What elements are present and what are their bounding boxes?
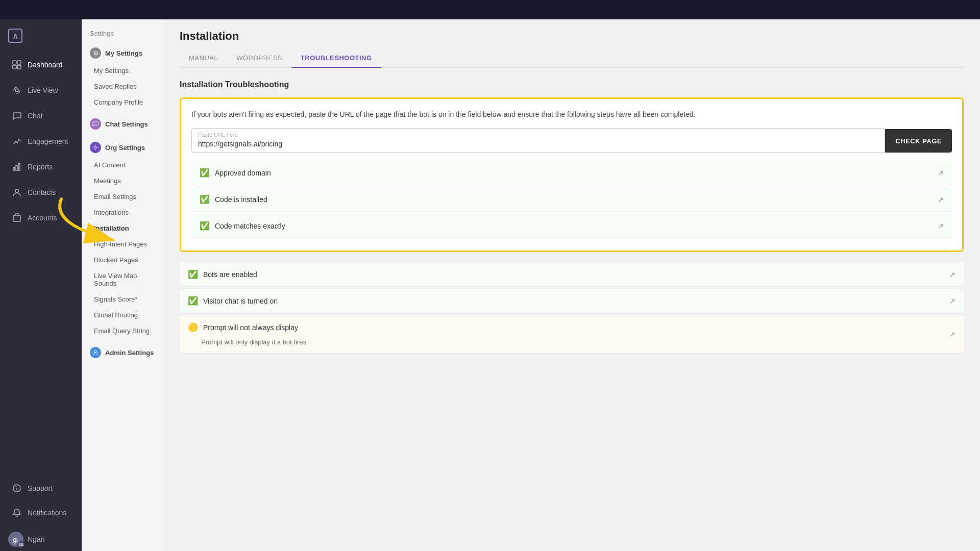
section-header-admin-settings[interactable]: Admin Settings bbox=[82, 343, 163, 362]
page-title: Installation bbox=[180, 30, 964, 43]
svg-rect-7 bbox=[18, 163, 20, 170]
check-item-bots-enabled: ✅ Bots are enabled ↗ bbox=[180, 262, 964, 287]
svg-rect-6 bbox=[16, 165, 17, 170]
chat-settings-section-icon bbox=[90, 118, 101, 130]
tab-wordpress[interactable]: WORDPRESS bbox=[227, 49, 291, 68]
svg-point-11 bbox=[94, 146, 96, 148]
sidebar-item-label: Accounts bbox=[28, 214, 57, 222]
section-label: Org Settings bbox=[105, 144, 145, 152]
sidebar-item-engagement[interactable]: Engagement bbox=[3, 130, 79, 153]
url-input[interactable] bbox=[192, 139, 885, 152]
prompt-display-label: Prompt will not always display bbox=[203, 323, 298, 332]
sidebar-item-email-query-string[interactable]: Email Query String bbox=[82, 323, 163, 339]
user-profile[interactable]: g. 10 Ngan bbox=[0, 525, 82, 551]
approved-domain-external-icon[interactable]: ↗ bbox=[938, 169, 944, 177]
sidebar-item-integrations[interactable]: Integrations bbox=[82, 205, 163, 220]
sidebar-item-live-view-map-sounds[interactable]: Live View Map Sounds bbox=[82, 268, 163, 291]
avatar: g. 10 bbox=[8, 532, 23, 547]
section-header-org-settings[interactable]: Org Settings bbox=[82, 138, 163, 157]
check-item-approved-domain: ✅ Approved domain ↗ bbox=[191, 161, 952, 185]
prompt-display-external-icon[interactable]: ↗ bbox=[949, 330, 955, 338]
tab-troubleshooting[interactable]: TROUBLESHOOTING bbox=[291, 49, 381, 68]
engagement-icon bbox=[11, 136, 22, 147]
avatar-badge: 10 bbox=[17, 541, 24, 548]
bots-enabled-external-icon[interactable]: ↗ bbox=[949, 270, 955, 279]
sidebar-item-label: Notifications bbox=[28, 509, 66, 517]
sidebar-item-support[interactable]: Support bbox=[3, 477, 79, 500]
section-label: My Settings bbox=[105, 49, 142, 57]
code-matches-icon: ✅ bbox=[200, 221, 210, 231]
sidebar-item-label: Support bbox=[28, 484, 53, 492]
svg-rect-0 bbox=[13, 61, 16, 64]
section-header-chat-settings[interactable]: Chat Settings bbox=[82, 114, 163, 134]
svg-rect-5 bbox=[13, 167, 15, 170]
tab-bar: MANUAL WORDPRESS TROUBLESHOOTING bbox=[180, 49, 964, 68]
main-header: Installation MANUAL WORDPRESS TROUBLESHO… bbox=[163, 19, 980, 68]
sidebar-item-global-routing[interactable]: Global Routing bbox=[82, 307, 163, 323]
accounts-icon bbox=[11, 212, 22, 223]
section-org-settings: Org Settings AI Content Meetings Email S… bbox=[82, 138, 163, 339]
sidebar-item-blocked-pages[interactable]: Blocked Pages bbox=[82, 252, 163, 268]
url-input-row: Paste URL here CHECK PAGE bbox=[191, 128, 952, 153]
sidebar-item-live-view[interactable]: Live View bbox=[3, 79, 79, 102]
user-name: Ngan bbox=[28, 535, 44, 543]
second-nav-title: Settings bbox=[82, 28, 163, 43]
check-item-prompt-display: 🟡 Prompt will not always display Prompt … bbox=[180, 315, 964, 354]
visitor-chat-external-icon[interactable]: ↗ bbox=[949, 297, 955, 305]
bots-enabled-label: Bots are enabled bbox=[203, 270, 257, 279]
logo[interactable]: ∧ bbox=[0, 19, 82, 52]
svg-point-4 bbox=[15, 89, 18, 92]
dashboard-icon bbox=[11, 59, 22, 70]
sidebar-item-my-settings[interactable]: My Settings bbox=[82, 63, 163, 79]
code-matches-label: Code matches exactly bbox=[215, 222, 285, 230]
description-text: If your bots aren't firing as expected, … bbox=[191, 109, 952, 120]
tab-manual[interactable]: MANUAL bbox=[180, 49, 227, 68]
contacts-icon bbox=[11, 187, 22, 198]
check-item-visitor-chat: ✅ Visitor chat is turned on ↗ bbox=[180, 289, 964, 313]
sidebar-item-company-profile[interactable]: Company Profile bbox=[82, 94, 163, 110]
section-header-my-settings[interactable]: ⊙ My Settings bbox=[82, 43, 163, 63]
sidebar-item-high-intent-pages[interactable]: High-Intent Pages bbox=[82, 236, 163, 252]
sidebar-item-label: Live View bbox=[28, 86, 58, 94]
sidebar-item-saved-replies[interactable]: Saved Replies bbox=[82, 79, 163, 94]
svg-point-8 bbox=[15, 189, 18, 192]
code-matches-external-icon[interactable]: ↗ bbox=[938, 222, 944, 230]
sidebar-item-label: Dashboard bbox=[28, 61, 63, 69]
sidebar-item-label: Engagement bbox=[28, 137, 68, 145]
sidebar-item-dashboard[interactable]: Dashboard bbox=[3, 53, 79, 77]
org-settings-section-icon bbox=[90, 142, 101, 153]
section-my-settings: ⊙ My Settings My Settings Saved Replies … bbox=[82, 43, 163, 110]
sidebar-item-email-settings[interactable]: Email Settings bbox=[82, 189, 163, 205]
notifications-icon bbox=[11, 507, 22, 518]
admin-settings-section-icon bbox=[90, 347, 101, 358]
svg-rect-9 bbox=[13, 215, 20, 221]
sidebar-item-notifications[interactable]: Notifications bbox=[3, 501, 79, 524]
sidebar-item-contacts[interactable]: Contacts bbox=[3, 181, 79, 204]
troubleshoot-box: If your bots aren't firing as expected, … bbox=[180, 97, 964, 252]
code-installed-external-icon[interactable]: ↗ bbox=[938, 195, 944, 204]
sidebar-item-meetings[interactable]: Meetings bbox=[82, 173, 163, 189]
check-page-button[interactable]: CHECK PAGE bbox=[885, 129, 952, 153]
approved-domain-icon: ✅ bbox=[200, 168, 210, 178]
visitor-chat-icon: ✅ bbox=[188, 296, 198, 306]
section-chat-settings: Chat Settings bbox=[82, 114, 163, 134]
sidebar-item-chat[interactable]: Chat bbox=[3, 104, 79, 128]
live-view-icon bbox=[11, 85, 22, 96]
check-item-code-installed: ✅ Code is installed ↗ bbox=[191, 187, 952, 212]
main-body: Installation Troubleshooting If your bot… bbox=[163, 68, 980, 551]
sidebar-item-label: Contacts bbox=[28, 188, 56, 196]
url-label: Paste URL here bbox=[192, 129, 885, 139]
my-settings-section-icon: ⊙ bbox=[90, 47, 101, 59]
sidebar-item-reports[interactable]: Reports bbox=[3, 155, 79, 179]
bots-enabled-icon: ✅ bbox=[188, 269, 198, 279]
sidebar-item-installation[interactable]: Installation bbox=[82, 220, 163, 236]
svg-point-12 bbox=[94, 350, 96, 353]
section-title: Installation Troubleshooting bbox=[180, 80, 964, 89]
section-admin-settings: Admin Settings bbox=[82, 343, 163, 362]
approved-domain-label: Approved domain bbox=[215, 169, 271, 177]
sidebar-item-accounts[interactable]: Accounts bbox=[3, 206, 79, 230]
url-input-wrapper: Paste URL here bbox=[191, 128, 885, 153]
sidebar-item-label: Chat bbox=[28, 112, 43, 120]
sidebar-item-ai-content[interactable]: AI Content bbox=[82, 157, 163, 173]
sidebar-item-signals-score[interactable]: Signals Score* bbox=[82, 291, 163, 307]
